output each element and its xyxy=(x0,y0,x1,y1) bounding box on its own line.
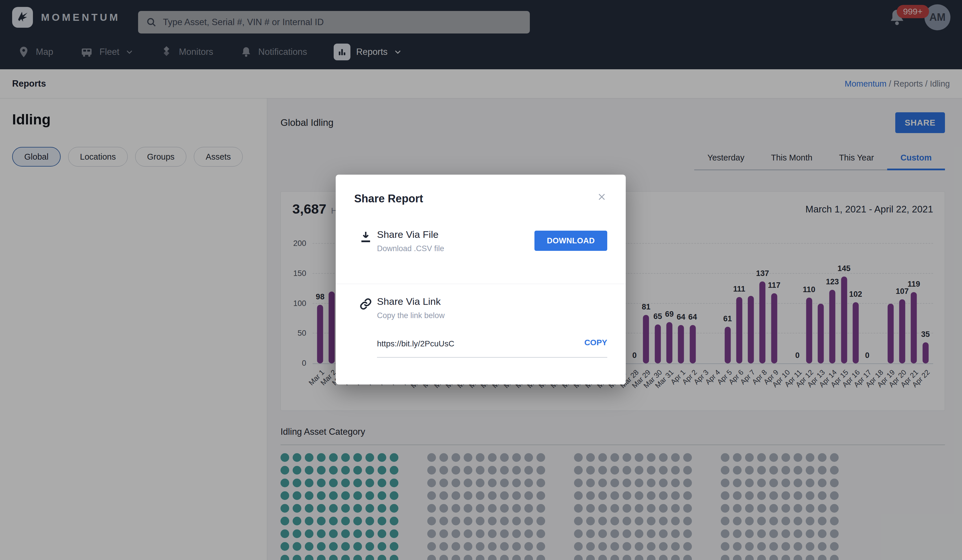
link-icon xyxy=(359,297,373,312)
close-icon[interactable] xyxy=(596,191,607,203)
share-via-file-block: Share Via File Download .CSV file xyxy=(377,229,444,253)
download-button[interactable]: DOWNLOAD xyxy=(534,231,607,251)
modal-title: Share Report xyxy=(354,193,423,205)
share-url-field-underline xyxy=(377,357,607,358)
share-via-link-subtext: Copy the link below xyxy=(377,311,445,320)
modal-divider xyxy=(336,284,626,284)
share-via-link-heading: Share Via Link xyxy=(377,296,445,307)
share-via-file-heading: Share Via File xyxy=(377,229,444,240)
share-via-link-block: Share Via Link Copy the link below xyxy=(377,296,445,320)
share-report-modal: Share Report Share Via File Download .CS… xyxy=(336,175,626,385)
share-url-value: https://bit.ly/2PcuUsC xyxy=(377,339,454,348)
app-window: MOMENTUM 999+ AM MapFleetMonitorsNotific… xyxy=(0,0,962,560)
copy-button[interactable]: COPY xyxy=(584,338,607,347)
share-via-file-subtext: Download .CSV file xyxy=(377,244,444,253)
download-icon xyxy=(359,230,373,245)
